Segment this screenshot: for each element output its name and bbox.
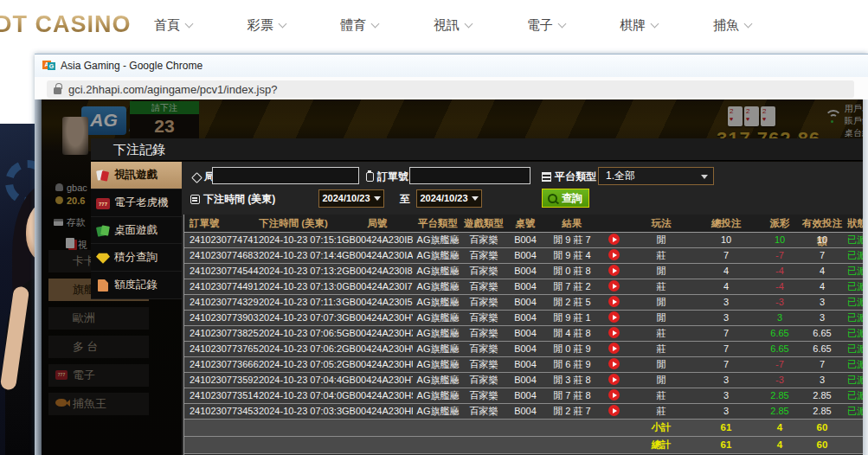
cell-bet: 7	[693, 248, 759, 263]
modal-sidebar: 視訊遊戲777電子老虎機桌面遊戲積分查詢額度記錄	[91, 162, 182, 299]
cell-play_icon	[598, 326, 629, 341]
chevron-down-icon	[701, 175, 708, 179]
sum-cell	[413, 437, 463, 453]
col-header: 玩法	[629, 215, 693, 232]
play-video-icon[interactable]	[608, 311, 620, 323]
ag-game-page: AG ASIA GAMING 請下注 23 2♥2♥2♥ 317,762.86 …	[42, 99, 863, 455]
cell-bet: 4	[693, 279, 759, 294]
play-video-icon[interactable]	[608, 374, 620, 385]
cell-order: 241023077454448	[184, 264, 259, 279]
table-total-row: 總計61460	[184, 437, 863, 454]
cell-game: 百家樂	[463, 342, 505, 356]
modal-title: 下注記錄	[91, 138, 863, 161]
platform-icon	[542, 172, 551, 182]
nav-item-電子[interactable]: 電子	[527, 17, 565, 34]
filter-bar: 局號 訂單號 平台類型 1.全部 下注時間 (美東) 2024/10/23 至 …	[182, 162, 863, 214]
cell-bet: 3	[693, 373, 759, 388]
cell-game: 百家樂	[463, 357, 505, 372]
sidebar-item-積分查詢[interactable]: 積分查詢	[91, 244, 182, 272]
cell-table: B004	[505, 248, 546, 263]
order-filter-label: 訂單號	[366, 170, 408, 184]
dt-casino-logo: DT CASINO	[0, 11, 132, 38]
sum-cell	[844, 420, 863, 436]
cell-play_icon	[598, 404, 629, 419]
cell-status: 已派彩	[844, 373, 863, 388]
chevron-down-icon	[651, 20, 659, 29]
lock-icon	[54, 87, 61, 94]
cell-round: GB00424A230I7	[342, 279, 413, 294]
gem-icon	[96, 252, 110, 264]
round-input[interactable]	[212, 167, 359, 184]
table-row: 2410230773825652024-10-23 07:06:55GB0042…	[184, 326, 863, 342]
play-video-icon[interactable]	[608, 280, 620, 292]
cell-status: 已派彩	[844, 233, 863, 247]
cell-order: 241023077474169	[184, 233, 259, 247]
cell-time: 2024-10-23 07:13:29	[259, 264, 342, 279]
table-row: 2410230774741692024-10-23 07:15:13GB0042…	[184, 233, 863, 248]
cell-round: GB00424A230HR	[342, 404, 413, 419]
date-to-picker[interactable]: 2024/10/23	[416, 189, 482, 208]
chrome-titlebar[interactable]: A G Asia Gaming - Google Chrome	[35, 54, 868, 77]
play-video-icon[interactable]	[608, 343, 620, 354]
nav-item-彩票[interactable]: 彩票	[248, 17, 286, 34]
play-video-icon[interactable]	[608, 327, 620, 338]
cell-play: 莊	[629, 404, 693, 419]
play-video-icon[interactable]	[608, 296, 620, 307]
table-subtotal-row: 小計61460	[184, 420, 863, 437]
cell-payout: -7	[759, 357, 800, 372]
url-bar[interactable]: gci.2hhapi.com/agingame/pcv1/index.jsp?	[47, 80, 854, 98]
sidebar-item-桌面遊戲[interactable]: 桌面遊戲	[91, 217, 182, 245]
sidebar-item-電子老虎機[interactable]: 777電子老虎機	[91, 189, 182, 217]
cell-game: 百家樂	[463, 295, 505, 310]
search-button[interactable]: 查詢	[542, 189, 589, 208]
cell-result: 閒 9 莊 7	[546, 233, 598, 247]
table-row: 2410230773453562024-10-23 07:03:31GB0042…	[184, 404, 863, 420]
platform-select[interactable]: 1.全部	[598, 167, 714, 185]
cell-time: 2024-10-23 07:15:13	[259, 233, 342, 247]
play-video-icon[interactable]	[608, 249, 620, 260]
cell-play: 莊	[629, 342, 693, 356]
cell-payout: 3	[759, 311, 800, 325]
cell-time: 2024-10-23 07:06:55	[259, 326, 342, 341]
chevron-down-icon	[472, 196, 479, 201]
nav-item-體育[interactable]: 體育	[340, 17, 378, 34]
sidebar-item-額度記錄[interactable]: 額度記錄	[91, 272, 182, 299]
cell-valid: 2.85	[800, 388, 844, 403]
chrome-right-frame	[863, 99, 868, 455]
cell-payout: 10	[759, 233, 800, 247]
table-row: 2410230774491332024-10-23 07:13:02GB0042…	[184, 279, 863, 295]
cell-play_icon	[598, 279, 629, 294]
sum-cell	[184, 437, 259, 453]
play-video-icon[interactable]	[608, 358, 620, 369]
table-row: 2410230773592402024-10-23 07:04:45GB0042…	[184, 373, 863, 388]
sidebar-item-視訊遊戲[interactable]: 視訊遊戲	[91, 162, 182, 189]
play-video-icon[interactable]	[608, 265, 620, 276]
sum-cell: 4	[759, 420, 800, 436]
date-from-picker[interactable]: 2024/10/23	[318, 189, 384, 208]
cell-platform: AG旗艦廳	[413, 233, 463, 247]
bet-time-label: 下注時間 (美東)	[190, 192, 275, 207]
cell-round: GB00424A230HT	[342, 373, 413, 388]
cell-play_icon	[598, 295, 629, 310]
col-header: 下注時間 (美東)	[259, 215, 342, 232]
cell-payout: -3	[759, 295, 800, 310]
cell-valid: 3	[800, 311, 844, 325]
sum-cell: 61	[693, 420, 759, 436]
cell-game: 百家樂	[463, 388, 505, 403]
cell-table: B004	[505, 264, 546, 279]
cell-status: 已派彩	[844, 279, 863, 294]
cell-table: B004	[505, 311, 546, 325]
col-header: 派彩	[759, 215, 800, 232]
nav-item-視訊[interactable]: 視訊	[434, 17, 472, 34]
order-input[interactable]	[409, 167, 530, 184]
cell-play_icon	[598, 342, 629, 356]
play-video-icon[interactable]	[608, 405, 620, 416]
cell-time: 2024-10-23 07:07:36	[259, 311, 342, 325]
play-video-icon[interactable]	[608, 389, 620, 401]
nav-item-棋牌[interactable]: 棋牌	[620, 17, 658, 34]
col-header: 總投注	[693, 215, 759, 232]
nav-item-捕魚[interactable]: 捕魚	[713, 17, 751, 34]
nav-item-首頁[interactable]: 首頁	[154, 17, 192, 34]
cell-result: 閒 3 莊 8	[546, 373, 598, 388]
play-video-icon[interactable]	[608, 234, 620, 245]
